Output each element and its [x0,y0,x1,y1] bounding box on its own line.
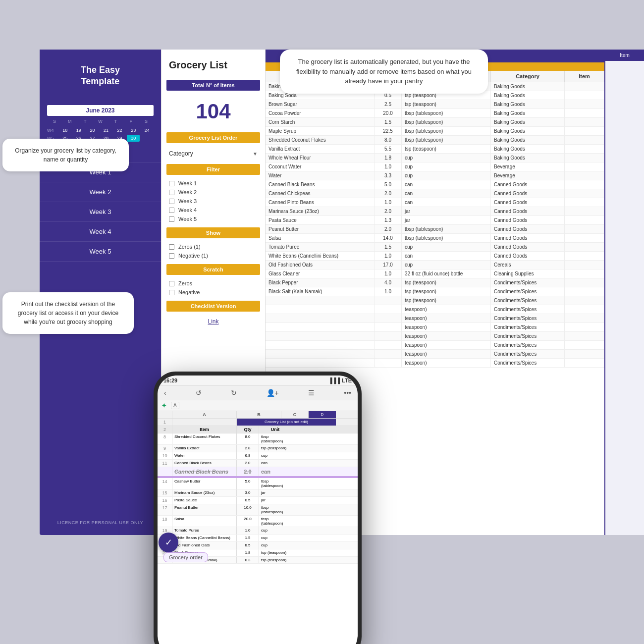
table-row: teaspoon)Condiments/Spices [266,323,604,332]
phone-comment-icon[interactable]: ☰ [306,388,317,398]
cal-30-today: 30 [127,135,140,142]
phone-row-17: 17 Peanut Butter 10.0 tbsp (tablespoon) [158,504,358,516]
table-row: Brown Sugar2.5tsp (teaspoon)Baking Goods [266,100,604,109]
cal-24: 24 [140,127,154,134]
cal-19: 19 [72,127,86,134]
scratch-negative-label: Negative [178,289,200,295]
cal-23: 23 [127,127,140,134]
speech-bubble-organize: Organize your grocery list by category, … [2,139,129,171]
nav-week5[interactable]: Week 5 [40,242,161,262]
cal-20: 20 [86,127,99,134]
nav-week4[interactable]: Week 4 [40,222,161,242]
filter-week5-checkbox[interactable] [169,216,174,222]
phone-spreadsheet: A B C D 1 Grocery List (do not edit) 2 I… [158,411,358,644]
cal-day-header-m: M [62,118,77,125]
nav-week2[interactable]: Week 2 [40,182,161,202]
table-row: Maple Syrup22.5tbsp (tablespoon)Baking G… [266,127,604,136]
cal-22: 22 [113,127,126,134]
checklist-link[interactable]: Link [161,316,265,327]
phone-row-21: 21 Old Fashioned Oats 8.5 cup [158,542,358,549]
extra-right-panel: Item [604,50,644,535]
filter-week1-checkbox[interactable] [169,181,174,186]
speech-bubble-print: Print out the checklist version of the g… [2,292,134,334]
sidebar-title: The Easy Template [50,64,151,88]
phone-row-14: 14 Cashew Butter 5.0 tbsp (tablespoon) [158,478,358,489]
th-item2: Item [565,71,604,82]
cal-day-header-s2: S [139,118,154,125]
grocery-list-title: Grocery List [161,50,265,76]
week4-label: W4 [47,127,58,134]
phone-row-9: 9 Vanilla Extract 2.8 tsp (teaspoon) [158,445,358,452]
grocery-order-value: Category [169,150,193,157]
table-row: teaspoon)Condiments/Spices [266,341,604,350]
nav-week3[interactable]: Week 3 [40,202,161,222]
phone-mockup: 16:29 ▐▐▐ LTE ‹ ↺ ↻ 👤+ ☰ ••• ✦ A A [154,372,362,644]
cal-day-header-f: F [123,118,138,125]
filter-week3-checkbox[interactable] [169,199,174,204]
table-row: Black Pepper4.0tsp (teaspoon)Condiments/… [266,278,604,287]
checkmark-bubble: ✓ [159,533,178,552]
table-row: Canned Black Beans5.0canCanned Goods [266,180,604,189]
show-label: Show [166,227,260,238]
show-zeros-checkbox[interactable] [169,244,174,250]
total-items-value: 104 [161,95,265,128]
phone-row-num-1: 1 [158,419,172,426]
phone-add-person-icon[interactable]: 👤+ [264,388,281,398]
phone-col-d-header: D [309,411,336,418]
phone-row-8: 8 Shredded Coconut Flakes 8.0 tbsp (tabl… [158,433,358,445]
table-row: Corn Starch1.5tbsp (tablespoon)Baking Go… [266,118,604,127]
speech-bubble-organize-text: Organize your grocery list by category, … [15,147,116,163]
filter-week2-label: Week 2 [178,189,197,195]
phone-row-10: 10 Water 6.8 cup [158,452,358,460]
phone-row-20: 20 White Beans (Cannellini Beans) 1.5 cu… [158,535,358,542]
show-negative-checkbox[interactable] [169,253,174,259]
table-row: White Beans (Cannellini Beans)1.0canCann… [266,252,604,261]
filter-week2-checkbox[interactable] [169,190,174,195]
phone-item-header: Item [172,426,237,433]
phone-row-19: 19 Tomato Puree 1.0 cup [158,527,358,535]
checklist-version-label: Checklist Version [166,301,260,312]
table-row: Cocoa Powder20.0tbsp (tablespoon)Baking … [266,109,604,118]
scratch-zeros-label: Zeros [178,280,192,286]
phone-row1-a [172,419,237,426]
grocery-order-arrow[interactable]: ▼ [253,151,258,157]
filter-week4-checkbox[interactable] [169,208,174,213]
grocery-order-phone-label: Grocery order [163,552,208,562]
sheets-logo: ✦ [161,402,166,409]
table-row: Coconut Water1.0cupBeverage [266,162,604,171]
phone-time: 16:29 [163,377,177,383]
table-row: Water3.3cupBeverage [266,171,604,180]
show-negative-label: Negative (1) [178,253,208,259]
table-row: Black Salt (Kala Namak)1.0tsp (teaspoon)… [266,287,604,296]
phone-status-bar: 16:29 ▐▐▐ LTE [158,376,358,386]
phone-row-num-2: 2 [158,426,172,433]
phone-row-15: 15 Marinara Sauce (23oz) 3.0 jar [158,489,358,497]
scratch-zeros-checkbox[interactable] [169,281,174,286]
cal-day-header-t2: T [108,118,123,125]
table-row: teaspoon)Condiments/Spices [266,305,604,314]
phone-qty-header: Qty [237,426,259,433]
phone-redo-icon[interactable]: ↻ [228,388,239,398]
phone-sheets-nav: ✦ A [158,400,358,411]
speech-bubble-top: The grocery list is automatically genera… [280,50,488,94]
sidebar-footer: LICENCE FOR PERSONAL USE ONLY [40,520,161,525]
filter-week4-label: Week 4 [178,207,197,213]
phone-row-16: 16 Pasta Sauce 0.5 jar [158,497,358,504]
table-row: tsp (teaspoon)Condiments/Spices [266,296,604,305]
filter-week3-label: Week 3 [178,198,197,204]
phone-col-header-empty [158,411,172,418]
scratch-negative-checkbox[interactable] [169,290,174,295]
phone-more-icon[interactable]: ••• [341,388,354,398]
speech-bubble-top-text: The grocery list is automatically genera… [296,58,472,85]
th-category: Category [491,71,565,82]
table-row: teaspoon)Condiments/Spices [266,314,604,323]
phone-grocery-list-banner: Grocery List (do not edit) [237,419,336,426]
phone-back-icon[interactable]: ‹ [161,388,169,398]
cal-empty [140,135,154,142]
phone-undo-icon[interactable]: ↺ [193,388,204,398]
phone-row-18: 18 Salsa 20.0 tbsp (tablespoon) [158,516,358,527]
phone-col-cd: C D [281,411,336,418]
phone-toolbar[interactable]: ‹ ↺ ↻ 👤+ ☰ ••• [158,386,358,400]
table-row: Shredded Coconut Flakes8.0tbsp (tablespo… [266,136,604,145]
lte-label: LTE [342,377,352,383]
